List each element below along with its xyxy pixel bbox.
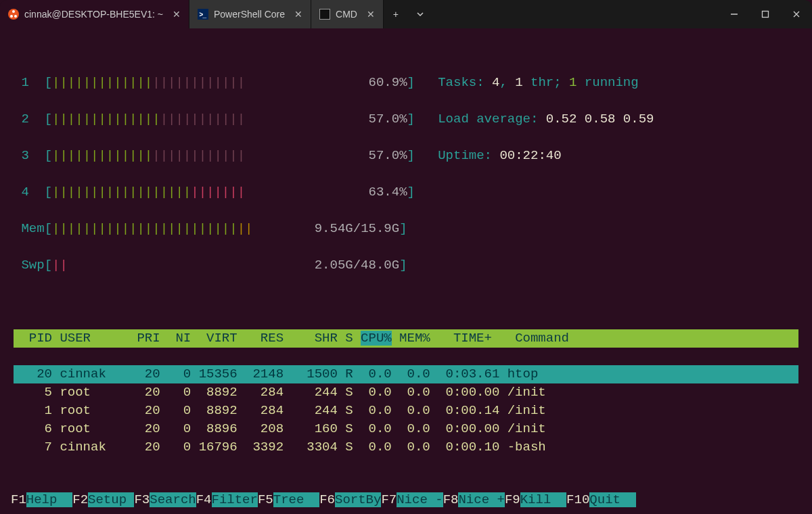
tab-2[interactable]: CMD✕ bbox=[311, 0, 384, 28]
table-row[interactable]: 1 root 20 0 8892 284 244 S 0.0 0.0 0:00.… bbox=[14, 402, 798, 420]
cpu-meter-1: 1 [||||||||||||||||||||||||| 60.9%] Task… bbox=[14, 74, 798, 92]
table-row[interactable]: 20 cinnak 20 0 15356 2148 1500 R 0.0 0.0… bbox=[14, 365, 798, 383]
function-key: F7 bbox=[381, 492, 397, 507]
tab-0[interactable]: cinnak@DESKTOP-BHE5EV1: ~✕ bbox=[0, 0, 189, 28]
cpu-meter-4: 4 [||||||||||||||||||||||||| 63.4%] bbox=[14, 183, 798, 202]
function-key: F9 bbox=[505, 492, 520, 507]
window-controls bbox=[719, 0, 812, 28]
swp-meter: Swp[|| 2.05G/48.0G] bbox=[14, 256, 798, 275]
function-key: F5 bbox=[258, 492, 273, 507]
table-row[interactable]: 7 cinnak 20 0 16796 3392 3304 S 0.0 0.0 … bbox=[14, 438, 798, 457]
function-key-label[interactable]: Help bbox=[26, 492, 72, 507]
titlebar: cinnak@DESKTOP-BHE5EV1: ~✕>_PowerShell C… bbox=[0, 0, 812, 28]
function-key-label[interactable]: SortBy bbox=[335, 492, 381, 507]
new-tab-button[interactable]: + bbox=[384, 0, 408, 28]
close-icon[interactable]: ✕ bbox=[173, 9, 181, 20]
function-key: F6 bbox=[319, 492, 335, 507]
function-key-label[interactable]: Tree bbox=[273, 492, 319, 507]
function-key-label[interactable]: Search bbox=[150, 492, 196, 507]
function-key: F2 bbox=[72, 492, 88, 507]
svg-rect-1 bbox=[763, 11, 769, 18]
function-key: F4 bbox=[196, 492, 212, 507]
mem-meter: Mem[|||||||||||||||||||||||||| 9.54G/15.… bbox=[14, 220, 798, 238]
function-key-bar: F1Help F2Setup F3SearchF4FilterF5Tree F6… bbox=[11, 492, 801, 507]
function-key-label[interactable]: Filter bbox=[212, 492, 258, 507]
process-table-body: 20 cinnak 20 0 15356 2148 1500 R 0.0 0.0… bbox=[14, 365, 798, 457]
close-icon[interactable]: ✕ bbox=[294, 9, 302, 20]
function-key: F10 bbox=[566, 492, 589, 507]
close-icon[interactable]: ✕ bbox=[367, 9, 375, 20]
tab-strip: cinnak@DESKTOP-BHE5EV1: ~✕>_PowerShell C… bbox=[0, 0, 384, 28]
function-key: F1 bbox=[11, 492, 26, 507]
minimize-button[interactable] bbox=[719, 0, 750, 28]
ps-icon: >_ bbox=[198, 9, 208, 20]
process-table-header[interactable]: PID USER PRI NI VIRT RES SHR S CPU% MEM%… bbox=[14, 329, 798, 348]
function-key-label[interactable]: Setup bbox=[88, 492, 134, 507]
table-row[interactable]: 6 root 20 0 8896 208 160 S 0.0 0.0 0:00.… bbox=[14, 420, 798, 438]
tab-label: PowerShell Core bbox=[214, 9, 285, 20]
cpu-meter-2: 2 [||||||||||||||||||||||||| 57.0%] Load… bbox=[14, 110, 798, 128]
terminal-output[interactable]: 1 [||||||||||||||||||||||||| 60.9%] Task… bbox=[0, 28, 812, 514]
function-key: F8 bbox=[443, 492, 459, 507]
cpu-meter-3: 3 [||||||||||||||||||||||||| 57.0%] Upti… bbox=[14, 147, 798, 165]
tab-label: cinnak@DESKTOP-BHE5EV1: ~ bbox=[24, 9, 163, 20]
tab-dropdown-button[interactable] bbox=[408, 0, 432, 28]
function-key-label[interactable]: Nice + bbox=[458, 492, 504, 507]
tab-1[interactable]: >_PowerShell Core✕ bbox=[189, 0, 311, 28]
maximize-button[interactable] bbox=[750, 0, 781, 28]
function-key-label[interactable]: Nice - bbox=[397, 492, 443, 507]
close-button[interactable] bbox=[781, 0, 812, 28]
table-row[interactable]: 5 root 20 0 8892 284 244 S 0.0 0.0 0:00.… bbox=[14, 383, 798, 402]
function-key-label[interactable]: Kill bbox=[520, 492, 566, 507]
tab-label: CMD bbox=[336, 9, 357, 20]
ubuntu-icon bbox=[8, 9, 19, 20]
function-key: F3 bbox=[134, 492, 150, 507]
function-key-label[interactable]: Quit bbox=[589, 492, 635, 507]
cmd-icon bbox=[319, 9, 330, 20]
